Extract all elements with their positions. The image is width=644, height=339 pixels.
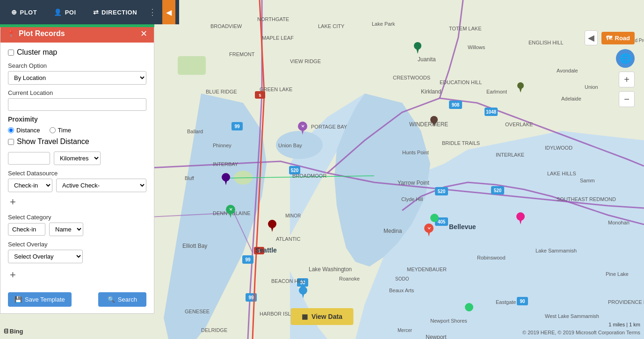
panel-footer: 💾 Save Template 🔍 Search [0,288,154,313]
svg-text:NORTHGATE: NORTHGATE [257,16,289,22]
svg-text:MEYDENBAUER: MEYDENBAUER [407,267,447,272]
svg-text:99: 99 [245,257,251,262]
svg-text:Bluff: Bluff [185,176,194,181]
svg-text:Bellevue: Bellevue [449,223,476,231]
svg-text:TOTEM LAKE: TOTEM LAKE [449,26,481,31]
svg-text:405: 405 [438,219,446,224]
plot-nav-button[interactable]: ⊕ PLOT [4,5,44,20]
poi-nav-button[interactable]: 👤 POI [46,5,83,20]
datasource-status-select[interactable]: Active Check- All [56,179,146,192]
svg-text:520: 520 [291,168,299,173]
distance-radio-text: Distance [16,127,40,134]
datasource-type-select[interactable]: Check-in Check-out [8,179,52,192]
svg-point-128 [465,303,473,311]
side-panel: 📍 Plot Records ✕ Cluster map Search Opti… [0,24,154,314]
distance-radio-label[interactable]: Distance [8,127,40,134]
svg-text:Union Bay: Union Bay [278,143,302,148]
search-option-label: Search Option [8,62,146,69]
panel-body: Cluster map Search Option By Location By… [0,43,154,288]
svg-text:EDUCATION HILL: EDUCATION HILL [440,79,482,85]
zoom-out-button[interactable]: − [619,91,635,107]
distance-radio[interactable] [8,127,14,133]
svg-text:Juanita: Juanita [418,56,436,63]
view-data-label: View Data [311,313,342,320]
distance-unit-select[interactable]: Kilometres Miles [54,151,101,165]
overlay-select[interactable]: Select Overlay [8,250,83,263]
view-data-button[interactable]: ▦ View Data [290,308,354,325]
time-radio-label[interactable]: Time [50,127,71,134]
category-inputs-row: Name Type Date [8,223,146,236]
svg-text:Lake Sammamish: Lake Sammamish [535,248,577,253]
road-toggle-button[interactable]: 🗺 Road [601,32,635,44]
green-status-bar [0,24,154,27]
overlay-label: Select Overlay [8,241,146,248]
direction-nav-button[interactable]: ⇄ DIRECTION [86,5,145,20]
category-field-select[interactable]: Name Type Date [49,223,83,236]
map-prev-button[interactable]: ◀ [585,30,598,45]
svg-text:FREMONT: FREMONT [229,51,255,57]
cluster-map-checkbox[interactable] [8,50,14,56]
svg-text:Pine Lake: Pine Lake [606,271,629,277]
svg-text:Eastgate: Eastgate [496,299,516,305]
scale-bar: 1 miles | 1 km [608,322,640,327]
category-text-input[interactable] [8,223,45,236]
svg-text:Adelaide: Adelaide [561,96,581,101]
distance-input[interactable] [8,152,50,165]
map-controls: ◀ 🗺 Road 🌐 + − [585,30,635,107]
direction-label: DIRECTION [101,9,137,16]
panel-title: Plot Records [19,29,65,38]
datasource-selects-row: Check-in Check-out Active Check- All [8,179,146,192]
svg-text:IDYLWOOD: IDYLWOOD [545,145,572,151]
proximity-row: Proximity Distance Time Show Travel Dist… [8,115,146,165]
panel-title-area: 📍 Plot Records [7,29,65,38]
search-label: Search [118,296,137,303]
zoom-in-button[interactable]: + [619,72,635,87]
current-location-input[interactable] [8,98,146,111]
svg-text:Clyde Hill: Clyde Hill [401,196,423,202]
svg-text:Willows: Willows [468,44,485,50]
time-radio[interactable] [50,127,56,133]
svg-text:520: 520 [438,189,446,194]
datasource-label: Select Datasource [8,170,146,177]
poi-label: POI [65,9,76,16]
bing-text: ᗺ Bing [4,328,23,335]
svg-text:West Lake Sammamish: West Lake Sammamish [545,313,599,319]
svg-text:90: 90 [520,299,525,304]
globe-button[interactable]: 🌐 [616,49,635,68]
add-overlay-button[interactable]: + [8,268,18,282]
search-option-select[interactable]: By Location By Name By Address [8,71,146,85]
svg-text:Lake Washington: Lake Washington [309,266,352,273]
svg-text:LAKE CITY: LAKE CITY [318,23,345,29]
search-option-row: Search Option By Location By Name By Add… [8,62,146,85]
svg-text:WINDERMERE: WINDERMERE [409,121,448,128]
plot-label: PLOT [20,9,37,16]
svg-text:Monohan: Monohan [608,220,630,225]
svg-text:Avondale: Avondale [557,68,578,73]
svg-text:MINOR: MINOR [285,213,301,218]
time-radio-text: Time [58,127,71,134]
svg-text:5: 5 [259,93,261,98]
save-template-label: Save Template [25,296,65,303]
panel-toggle-button[interactable]: ◀ [162,0,175,24]
search-button[interactable]: 🔍 Search [98,292,146,307]
datasource-row: Select Datasource Check-in Check-out Act… [8,170,146,209]
add-datasource-button[interactable]: + [8,195,18,209]
svg-text:GREEN LAKE: GREEN LAKE [260,87,292,92]
top-nav: ⊕ PLOT 👤 POI ⇄ DIRECTION ⋮ ◀ [0,0,179,24]
svg-text:CRESTWOODS: CRESTWOODS [393,75,430,80]
save-icon: 💾 [14,296,22,303]
proximity-radio-row: Distance Time [8,127,146,134]
plot-icon: ⊕ [11,8,17,16]
svg-text:GENESEE: GENESEE [185,309,210,314]
panel-close-button[interactable]: ✕ [140,29,147,38]
svg-text:520: 520 [494,188,502,193]
poi-icon: 👤 [54,8,62,16]
svg-text:BLUE RIDGE: BLUE RIDGE [206,89,237,94]
panel-header: 📍 Plot Records ✕ [0,25,154,43]
cluster-map-row: Cluster map [8,48,146,57]
save-template-button[interactable]: 💾 Save Template [8,292,72,307]
show-travel-checkbox[interactable] [8,139,14,145]
svg-text:Kirkland: Kirkland [421,88,441,95]
svg-text:Lake Park: Lake Park [372,21,395,27]
current-location-row: Current Location [8,89,146,111]
